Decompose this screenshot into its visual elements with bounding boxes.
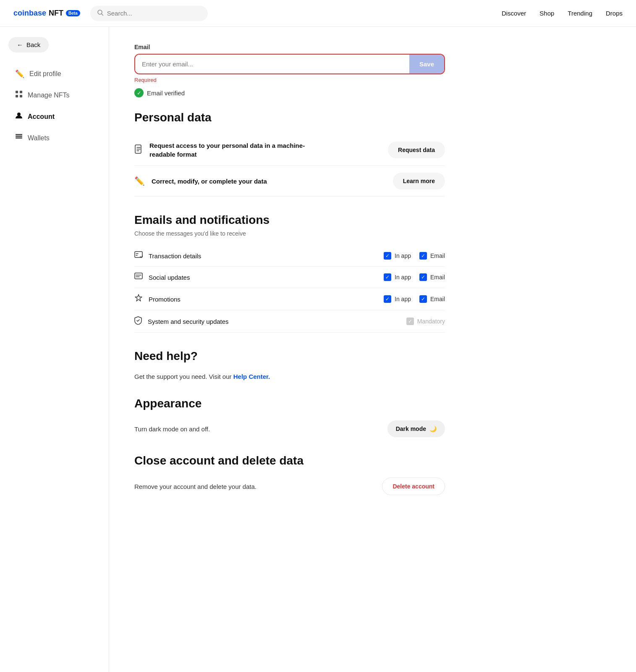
sidebar-item-label-account: Account	[28, 113, 55, 121]
notif-promotions-controls: ✓ In app ✓ Email	[384, 295, 445, 303]
back-label: Back	[26, 41, 40, 48]
help-text-before: Get the support you need. Visit our	[134, 373, 233, 380]
search-bar[interactable]	[90, 6, 208, 21]
dark-mode-button[interactable]: Dark mode 🌙	[387, 420, 445, 437]
svg-rect-8	[16, 136, 22, 137]
notif-transaction-inapp-checkbox[interactable]: ✓	[384, 252, 391, 260]
notif-social-inapp-group[interactable]: ✓ In app	[384, 273, 411, 281]
svg-point-6	[17, 113, 21, 116]
help-center-link[interactable]: Help Center.	[233, 373, 270, 380]
svg-rect-9	[16, 137, 22, 139]
learn-more-left: ✏️ Correct, modify, or complete your dat…	[134, 176, 267, 186]
sidebar-item-manage-nfts[interactable]: Manage NFTs	[8, 85, 100, 105]
notif-social-email-group[interactable]: ✓ Email	[419, 273, 445, 281]
email-verified-row: ✓ Email verified	[134, 88, 445, 97]
notif-promotions-inapp-group[interactable]: ✓ In app	[384, 295, 411, 303]
save-button[interactable]: Save	[409, 55, 444, 74]
account-icon	[15, 112, 23, 121]
notif-email-label-2: Email	[430, 296, 445, 302]
learn-more-text: Correct, modify, or complete your data	[152, 177, 267, 186]
svg-rect-5	[20, 95, 22, 97]
notif-security-controls: ✓ Mandatory	[406, 318, 445, 325]
dark-mode-label: Dark mode	[396, 425, 426, 432]
notif-social-label: Social updates	[149, 274, 190, 281]
nav-discover[interactable]: Discover	[502, 10, 526, 17]
top-navigation: coinbase NFT Beta Discover Shop Trending…	[0, 0, 636, 27]
nav-trending[interactable]: Trending	[568, 10, 592, 17]
notif-promotions-email-group[interactable]: ✓ Email	[419, 295, 445, 303]
request-data-row: Request access to your personal data in …	[134, 134, 445, 166]
learn-more-row: ✏️ Correct, modify, or complete your dat…	[134, 166, 445, 197]
back-button[interactable]: ← Back	[8, 37, 49, 52]
learn-more-button[interactable]: Learn more	[393, 173, 445, 189]
svg-line-1	[102, 14, 103, 16]
notif-social-inapp-checkbox[interactable]: ✓	[384, 273, 391, 281]
personal-data-heading: Personal data	[134, 111, 445, 124]
social-icon	[134, 273, 143, 282]
request-data-text: Request access to your personal data in …	[149, 141, 309, 159]
notif-email-label-0: Email	[430, 252, 445, 259]
delete-account-description: Remove your account and delete your data…	[134, 483, 256, 490]
verified-check-icon: ✓	[134, 88, 144, 97]
notif-social-email-checkbox[interactable]: ✓	[419, 273, 427, 281]
email-label: Email	[134, 44, 445, 50]
notif-security-mandatory-group: ✓ Mandatory	[406, 318, 445, 325]
sidebar-item-label-edit-profile: Edit profile	[29, 70, 61, 78]
notif-social-controls: ✓ In app ✓ Email	[384, 273, 445, 281]
logo-nft: NFT	[49, 9, 63, 18]
delete-account-button[interactable]: Delete account	[382, 478, 445, 495]
notif-row-social: Social updates ✓ In app ✓ Email	[134, 267, 445, 288]
appearance-description: Turn dark mode on and off.	[134, 425, 210, 433]
notif-transaction-inapp-group[interactable]: ✓ In app	[384, 252, 411, 260]
svg-rect-3	[20, 91, 22, 93]
help-section: Need help? Get the support you need. Vis…	[134, 349, 445, 380]
sidebar-item-account[interactable]: Account	[8, 107, 100, 126]
notif-social-left: Social updates	[134, 273, 384, 282]
sidebar-item-label-wallets: Wallets	[28, 134, 50, 142]
notif-promotions-label: Promotions	[149, 296, 181, 303]
notif-email-label-1: Email	[430, 274, 445, 281]
document-icon	[134, 144, 143, 156]
notif-promotions-inapp-checkbox[interactable]: ✓	[384, 295, 391, 303]
nav-shop[interactable]: Shop	[539, 10, 554, 17]
notif-row-promotions: Promotions ✓ In app ✓ Email	[134, 288, 445, 310]
svg-rect-2	[16, 91, 18, 93]
promotions-icon	[134, 294, 143, 304]
delete-account-row: Remove your account and delete your data…	[134, 478, 445, 495]
notif-security-mandatory-checkbox: ✓	[406, 318, 414, 325]
personal-data-section: Personal data Request access to your per…	[134, 111, 445, 197]
sidebar: ← Back ✏️ Edit profile Manage NFTs	[0, 27, 109, 672]
email-verified-text: Email verified	[147, 89, 185, 97]
notif-transaction-left: Transaction details	[134, 251, 384, 260]
request-data-button[interactable]: Request data	[388, 142, 445, 158]
notif-row-security: System and security updates ✓ Mandatory	[134, 310, 445, 333]
notif-promotions-left: Promotions	[134, 294, 384, 304]
notif-transaction-controls: ✓ In app ✓ Email	[384, 252, 445, 260]
nav-links: Discover Shop Trending Drops	[502, 10, 623, 17]
notif-inapp-label-2: In app	[395, 296, 411, 302]
notif-mandatory-label: Mandatory	[417, 318, 445, 325]
notif-security-label: System and security updates	[148, 318, 229, 325]
request-data-left: Request access to your personal data in …	[134, 141, 309, 159]
search-input[interactable]	[107, 10, 201, 17]
help-text: Get the support you need. Visit our Help…	[134, 373, 445, 380]
sidebar-item-wallets[interactable]: Wallets	[8, 128, 100, 148]
notif-promotions-email-checkbox[interactable]: ✓	[419, 295, 427, 303]
notifications-heading: Emails and notifications	[134, 213, 445, 227]
svg-rect-4	[16, 95, 18, 97]
notif-transaction-email-checkbox[interactable]: ✓	[419, 252, 427, 260]
transaction-icon	[134, 251, 143, 260]
notif-row-transaction: Transaction details ✓ In app ✓ Email	[134, 245, 445, 267]
sidebar-item-edit-profile[interactable]: ✏️ Edit profile	[8, 64, 100, 84]
svg-rect-7	[16, 134, 22, 135]
security-icon	[134, 316, 142, 326]
nav-drops[interactable]: Drops	[606, 10, 623, 17]
email-input-row: Save	[134, 54, 445, 74]
email-input[interactable]	[135, 55, 409, 74]
notif-inapp-label-1: In app	[395, 274, 411, 281]
email-section: Email Save Required ✓ Email verified	[134, 44, 445, 97]
notif-transaction-email-group[interactable]: ✓ Email	[419, 252, 445, 260]
search-icon	[97, 9, 104, 18]
logo-area: coinbase NFT Beta	[13, 9, 80, 18]
svg-rect-11	[135, 252, 142, 257]
